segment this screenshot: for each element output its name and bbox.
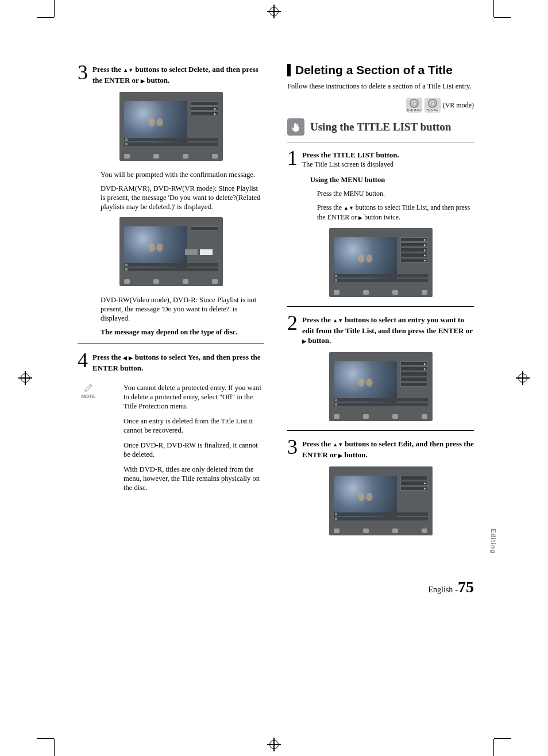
registration-mark-bottom xyxy=(267,738,281,751)
t: Press the TITLE LIST button. xyxy=(302,151,399,159)
ui-screenshot-5: ▶ ▶ xyxy=(329,466,433,535)
left-column: 3 Press the buttons to select Delete, an… xyxy=(78,63,264,498)
registration-mark-left xyxy=(18,371,32,385)
divider xyxy=(78,344,264,344)
step-2-right: 2 Press the buttons to select an entry y… xyxy=(287,314,474,346)
step-text: Press the buttons to select an entry you… xyxy=(302,314,474,346)
note-item: You cannot delete a protected entry. If … xyxy=(124,383,264,411)
registration-mark-right xyxy=(516,371,530,385)
dvd-rw-icon: DVD-RW xyxy=(424,98,441,113)
ui-screenshot-2 xyxy=(119,217,223,286)
menu-line: Press the buttons to select Title List, … xyxy=(287,203,474,222)
video-mode-text: DVD-RW(Video mode), DVD-R: Since Playlis… xyxy=(78,295,264,323)
step-4-left: 4 Press the buttons to select Yes, and t… xyxy=(78,351,264,373)
right-column: Deleting a Section of a Title Follow the… xyxy=(287,63,474,545)
right-triangle-icon xyxy=(302,336,306,345)
subsection-title: Using the TITLE LIST button xyxy=(310,121,451,133)
note-items: You cannot delete a protected entry. If … xyxy=(99,383,264,498)
ui-screenshot-1: ▶ ▶ xyxy=(119,92,223,161)
disc-mode-label: (VR mode) xyxy=(443,101,474,110)
t: Press the xyxy=(302,439,333,448)
t: Press the xyxy=(317,203,344,211)
section-bar-icon xyxy=(287,64,291,76)
note-label: NOTE xyxy=(78,383,99,498)
note-icon xyxy=(84,383,93,392)
page-footer: English -75 xyxy=(429,578,474,596)
side-tab-editing: Editing xyxy=(485,529,497,554)
disc-dependent-text: The message may depend on the type of di… xyxy=(78,327,264,337)
step-3-right: 3 Press the buttons to select Edit, and … xyxy=(287,438,474,461)
note-label-text: NOTE xyxy=(81,394,95,399)
note-block: NOTE You cannot delete a protected entry… xyxy=(78,383,264,498)
registration-mark-top xyxy=(267,5,281,18)
note-item: Once an entry is deleted from the Title … xyxy=(124,416,264,435)
footer-language: English xyxy=(429,585,453,594)
t: button twice. xyxy=(362,213,400,221)
confirmation-text: You will be prompted with the confirmati… xyxy=(78,170,264,179)
t: Press the xyxy=(92,353,123,361)
subsection-row: Using the TITLE LIST button xyxy=(287,118,474,136)
step-number: 3 xyxy=(287,438,298,456)
note-item: With DVD-R, titles are only deleted from… xyxy=(124,465,264,492)
up-triangle-icon xyxy=(333,439,338,448)
disc-label: DVD-RAM xyxy=(407,109,422,112)
step-text: Press the TITLE LIST button. The Title L… xyxy=(302,149,399,169)
step-number: 3 xyxy=(78,63,88,82)
step-number: 4 xyxy=(78,351,88,369)
down-triangle-icon xyxy=(338,315,343,324)
hand-icon xyxy=(287,118,304,136)
menu-heading: Using the MENU button xyxy=(287,175,474,184)
ui-screenshot-4: ▶ ▶ xyxy=(329,352,433,421)
divider xyxy=(287,430,474,431)
step-text: Press the buttons to select Yes, and the… xyxy=(92,351,264,373)
t: button. xyxy=(145,76,169,84)
down-triangle-icon xyxy=(128,65,133,74)
disc-type-row: DVD-RAM DVD-RW (VR mode) xyxy=(287,98,474,113)
footer-page-number: 75 xyxy=(458,578,474,596)
t: button. xyxy=(306,336,331,345)
menu-line: Press the MENU button. xyxy=(287,189,474,198)
divider xyxy=(287,142,474,143)
t: Press the xyxy=(302,315,333,324)
down-triangle-icon xyxy=(349,203,354,211)
section-intro: Follow these instructions to delete a se… xyxy=(287,82,474,91)
vr-mode-text: DVD-RAM(VR), DVD-RW(VR mode): Since Play… xyxy=(78,184,264,211)
note-item: Once DVD-R, DVD-RW is finalized, it cann… xyxy=(124,441,264,459)
divider xyxy=(287,306,474,307)
section-title: Deleting a Section of a Title xyxy=(295,63,453,77)
up-triangle-icon xyxy=(123,65,128,74)
t: Press the xyxy=(92,65,123,74)
step-text: Press the buttons to select Edit, and th… xyxy=(302,438,474,461)
step-text: Press the buttons to select Delete, and … xyxy=(92,63,264,86)
disc-label: DVD-RW xyxy=(426,109,438,112)
t: The Title List screen is displayed xyxy=(302,160,399,169)
section-title-row: Deleting a Section of a Title xyxy=(287,63,474,77)
step-number: 1 xyxy=(287,149,298,167)
right-triangle-icon xyxy=(141,76,145,84)
step-number: 2 xyxy=(287,314,298,332)
down-triangle-icon xyxy=(338,439,343,448)
step-3-left: 3 Press the buttons to select Delete, an… xyxy=(78,63,264,86)
up-triangle-icon xyxy=(333,315,338,324)
t: button. xyxy=(342,450,367,459)
ui-screenshot-3: ▶ ▶ ▶ ▶ ▶ xyxy=(329,228,433,297)
dvd-ram-icon: DVD-RAM xyxy=(406,98,422,113)
left-triangle-icon xyxy=(123,353,127,361)
step-1-right: 1 Press the TITLE LIST button. The Title… xyxy=(287,149,474,169)
up-triangle-icon xyxy=(344,203,349,211)
